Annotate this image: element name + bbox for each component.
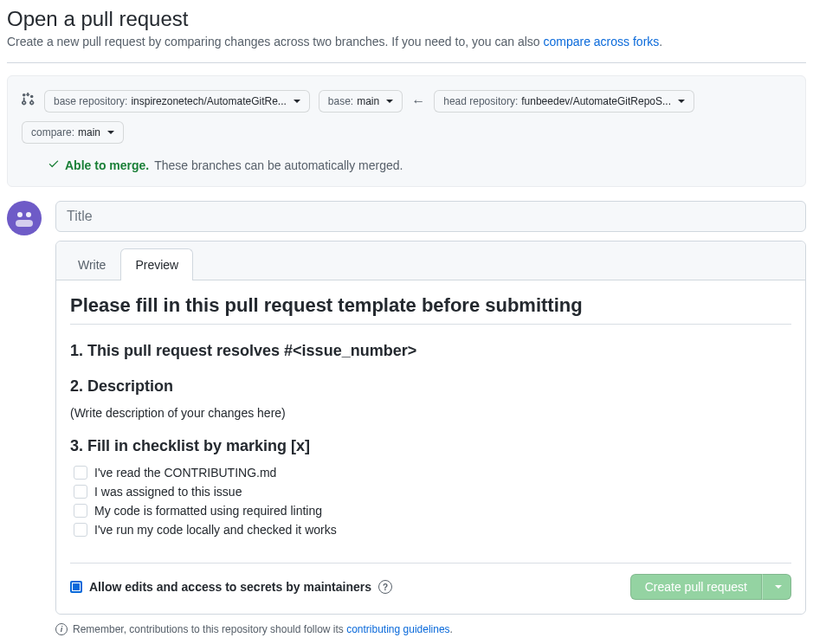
allow-edits-checkbox[interactable] bbox=[70, 581, 82, 593]
caret-down-icon bbox=[678, 100, 685, 103]
avatar bbox=[7, 201, 42, 235]
compare-branch-selector[interactable]: compare: main bbox=[22, 121, 124, 144]
description-placeholder: (Write description of your changes here) bbox=[70, 406, 791, 420]
allow-edits-row: Allow edits and access to secrets by mai… bbox=[70, 580, 392, 594]
checklist-item: I've run my code locally and checked it … bbox=[74, 523, 791, 537]
section-2-heading: 2. Description bbox=[70, 377, 791, 396]
base-branch-selector[interactable]: base: main bbox=[319, 90, 403, 113]
checkbox-icon[interactable] bbox=[74, 523, 87, 537]
checkbox-icon[interactable] bbox=[74, 485, 87, 499]
template-heading: Please fill in this pull request templat… bbox=[70, 294, 791, 325]
checklist: I've read the CONTRIBUTING.md I was assi… bbox=[70, 466, 791, 537]
help-icon[interactable]: ? bbox=[378, 580, 392, 594]
checklist-label: I was assigned to this issue bbox=[94, 485, 242, 499]
head-repo-selector[interactable]: head repository: funbeedev/AutomateGitRe… bbox=[434, 90, 694, 113]
title-input[interactable] bbox=[67, 209, 795, 224]
head-repo-value: funbeedev/AutomateGitRepoS... bbox=[521, 95, 671, 107]
svg-rect-2 bbox=[16, 220, 33, 227]
check-icon bbox=[48, 158, 60, 172]
section-3-heading: 3. Fill in checklist by marking [x] bbox=[70, 437, 791, 455]
comment-box: Write Preview Please fill in this pull r… bbox=[55, 241, 806, 615]
caret-down-icon bbox=[386, 100, 393, 103]
create-pr-dropdown[interactable] bbox=[762, 574, 791, 600]
checklist-item: I was assigned to this issue bbox=[74, 485, 791, 499]
base-repo-label: base repository: bbox=[54, 95, 127, 107]
arrow-left-icon: ← bbox=[411, 93, 425, 109]
remember-text: Remember, contributions to this reposito… bbox=[73, 623, 346, 635]
head-repo-label: head repository: bbox=[443, 95, 518, 107]
base-repo-selector[interactable]: base repository: inspirezonetech/Automat… bbox=[44, 90, 310, 113]
remember-note: i Remember, contributions to this reposi… bbox=[7, 623, 806, 635]
svg-point-1 bbox=[26, 212, 31, 217]
tabs: Write Preview bbox=[56, 242, 805, 280]
preview-body: Please fill in this pull request templat… bbox=[56, 280, 805, 614]
checkbox-icon[interactable] bbox=[74, 504, 87, 518]
tab-write[interactable]: Write bbox=[63, 248, 120, 280]
section-1-heading: 1. This pull request resolves #<issue_nu… bbox=[70, 342, 791, 360]
remember-text-end: . bbox=[450, 623, 453, 635]
checklist-label: My code is formatted using required lint… bbox=[94, 504, 322, 518]
checklist-label: I've read the CONTRIBUTING.md bbox=[94, 466, 276, 480]
title-input-wrapper bbox=[55, 201, 806, 232]
tab-preview[interactable]: Preview bbox=[120, 248, 193, 280]
base-branch-value: main bbox=[357, 95, 379, 107]
subtitle-text-end: . bbox=[659, 35, 662, 48]
footer-bar: Allow edits and access to secrets by mai… bbox=[70, 563, 791, 600]
checklist-item: My code is formatted using required lint… bbox=[74, 504, 791, 518]
compare-branch-value: main bbox=[78, 126, 100, 138]
create-pr-button[interactable]: Create pull request bbox=[630, 574, 762, 600]
compare-box: base repository: inspirezonetech/Automat… bbox=[7, 75, 806, 187]
allow-edits-label: Allow edits and access to secrets by mai… bbox=[89, 580, 371, 594]
checklist-item: I've read the CONTRIBUTING.md bbox=[74, 466, 791, 480]
caret-down-icon bbox=[107, 131, 114, 134]
divider bbox=[7, 62, 806, 63]
subtitle-text: Create a new pull request by comparing c… bbox=[7, 35, 543, 48]
contributing-guidelines-link[interactable]: contributing guidelines bbox=[346, 623, 449, 635]
caret-down-icon bbox=[775, 585, 782, 589]
base-repo-value: inspirezonetech/AutomateGitRe... bbox=[131, 95, 286, 107]
compare-forks-link[interactable]: compare across forks bbox=[543, 35, 659, 48]
merge-status: Able to merge. These branches can be aut… bbox=[22, 158, 791, 172]
merge-desc-text: These branches can be automatically merg… bbox=[154, 158, 403, 172]
caret-down-icon bbox=[294, 100, 300, 103]
create-pr-group: Create pull request bbox=[630, 574, 791, 600]
merge-able-text: Able to merge. bbox=[65, 158, 149, 172]
checklist-label: I've run my code locally and checked it … bbox=[94, 523, 337, 537]
page-subtitle: Create a new pull request by comparing c… bbox=[7, 35, 806, 48]
checkbox-icon[interactable] bbox=[74, 466, 87, 480]
info-icon: i bbox=[55, 623, 68, 635]
page-title: Open a pull request bbox=[7, 7, 806, 31]
svg-point-0 bbox=[17, 212, 23, 217]
base-branch-label: base: bbox=[328, 95, 353, 107]
git-compare-icon bbox=[22, 93, 35, 110]
compare-branch-label: compare: bbox=[31, 126, 74, 138]
